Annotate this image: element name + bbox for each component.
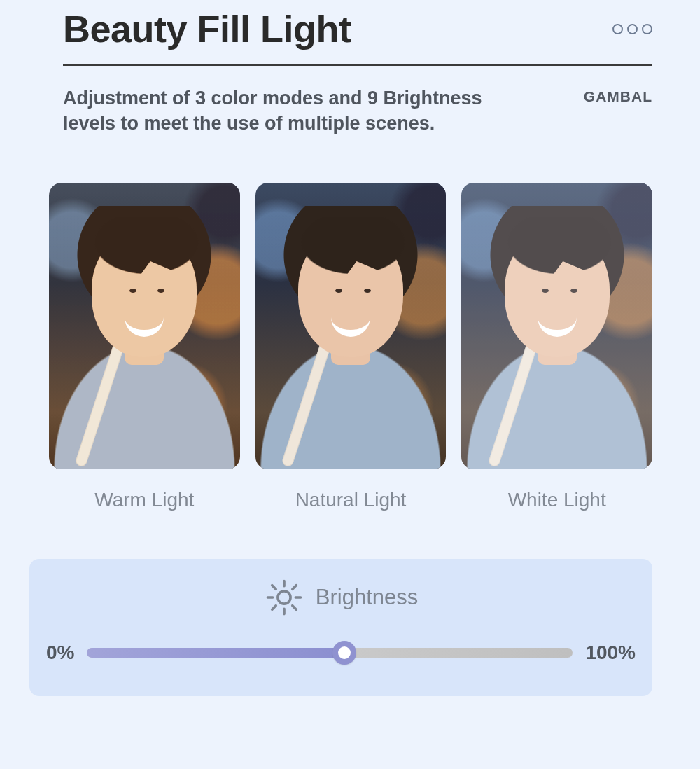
brightness-slider-thumb[interactable] bbox=[332, 641, 356, 665]
brightness-min-label: 0% bbox=[46, 642, 74, 664]
mode-label: White Light bbox=[508, 489, 606, 511]
mode-card-warm: Warm Light bbox=[49, 183, 240, 512]
mode-label: Warm Light bbox=[94, 489, 194, 511]
brightness-slider-fill bbox=[87, 648, 344, 658]
page-indicator bbox=[612, 24, 652, 34]
brightness-label: Brightness bbox=[316, 585, 418, 610]
svg-line-8 bbox=[272, 606, 276, 609]
page-dot-icon bbox=[642, 24, 652, 34]
brightness-slider[interactable] bbox=[87, 648, 573, 658]
sample-photo-white bbox=[461, 183, 652, 470]
mode-card-natural: Natural Light bbox=[255, 183, 447, 512]
brightness-icon bbox=[264, 577, 304, 618]
divider bbox=[63, 64, 652, 66]
page-dot-icon bbox=[612, 24, 623, 34]
page-dot-icon bbox=[627, 24, 638, 34]
sample-photo-warm bbox=[49, 183, 240, 470]
brand-label: GAMBAL bbox=[584, 85, 652, 105]
sample-photo-natural bbox=[255, 183, 447, 470]
mode-label: Natural Light bbox=[295, 489, 407, 511]
brightness-panel: Brightness 0% 100% bbox=[29, 559, 652, 696]
svg-point-0 bbox=[278, 591, 290, 604]
subtitle: Adjustment of 3 color modes and 9 Bright… bbox=[63, 85, 525, 137]
page-title: Beauty Fill Light bbox=[63, 7, 351, 50]
mode-card-white: White Light bbox=[461, 183, 652, 512]
svg-line-6 bbox=[293, 606, 296, 609]
brightness-max-label: 100% bbox=[585, 642, 636, 664]
svg-line-5 bbox=[272, 586, 276, 589]
svg-line-7 bbox=[293, 586, 296, 589]
